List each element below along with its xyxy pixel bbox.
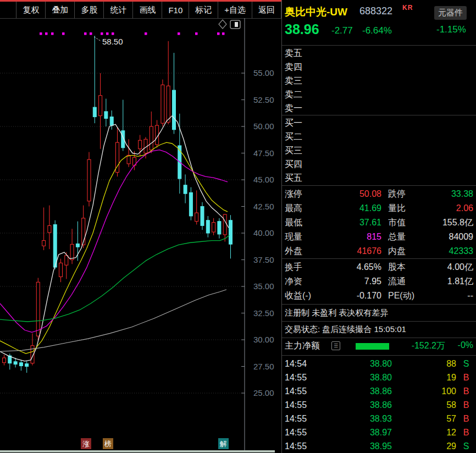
trade-row[interactable]: 14:5538.9357B <box>282 412 476 426</box>
candle-body <box>104 112 108 119</box>
ma-white-line <box>0 116 229 361</box>
toolbar-button-F10[interactable]: F10 <box>162 2 189 18</box>
listing-flags: 注册制 未盈利 表决权有差异 <box>282 306 476 320</box>
candle-body <box>110 117 113 126</box>
stat-value: 37.61 <box>319 216 381 230</box>
candle-body <box>65 256 68 265</box>
candle-body <box>201 207 204 226</box>
trade-volume: 100 <box>392 384 456 398</box>
main-force-row[interactable]: 主力净额 ☰ -152.2万 -0% <box>282 339 476 354</box>
trade-row[interactable]: 14:5538.8019B <box>282 371 476 384</box>
sector-change: -1.15% <box>436 24 466 35</box>
trade-row[interactable]: 14:5538.9529S <box>282 439 476 453</box>
last-price: 38.96 <box>285 21 319 37</box>
stat-value: 84009 <box>424 230 476 244</box>
svg-text:45.00: 45.00 <box>253 175 274 184</box>
trade-time: 14:55 <box>282 371 318 384</box>
trade-side: B <box>456 412 476 426</box>
sector-tag[interactable]: 元器件 <box>434 6 467 20</box>
stat-row: 净资7.95流通1.81亿 <box>282 274 476 289</box>
stat-value: 4.00亿 <box>424 260 476 274</box>
toolbar-button-标记[interactable]: 标记 <box>189 2 218 18</box>
toolbar-button-复权[interactable]: 复权 <box>16 2 45 18</box>
candle-body <box>14 362 17 364</box>
stat-label: 换手 <box>282 260 319 274</box>
chart-corner-icons <box>219 20 240 29</box>
toolbar-button-多股[interactable]: 多股 <box>74 2 103 18</box>
trade-time: 14:55 <box>282 439 318 453</box>
buy-level-row: 买三 <box>282 143 476 157</box>
stat-label: 股本 <box>388 260 424 274</box>
stats-block-1: 涨停50.08跌停33.38最高41.69量比2.06最低37.61市值155.… <box>282 187 476 258</box>
trade-row[interactable]: 14:5538.86100B <box>282 384 476 398</box>
stat-value: 2.06 <box>424 201 476 216</box>
main-force-value: -152.2万 <box>412 340 445 352</box>
signal-dot <box>195 32 198 35</box>
trade-row[interactable]: 14:5538.8658B <box>282 398 476 412</box>
trade-volume: 57 <box>392 412 456 426</box>
signal-dot <box>62 32 65 35</box>
buy-level-row: 买一 <box>282 116 476 130</box>
trade-row[interactable]: 14:5438.8088S <box>282 357 476 371</box>
stock-name: 奥比中光-UW <box>285 5 347 19</box>
signal-dot <box>217 32 220 35</box>
ma-yellow-line <box>0 142 228 353</box>
signal-dot <box>145 32 147 35</box>
toolbar-button-叠加[interactable]: 叠加 <box>45 2 74 18</box>
trade-side: B <box>456 371 476 384</box>
toolbar-button-返回[interactable]: 返回 <box>252 2 281 18</box>
stat-label: 外盘 <box>282 244 319 258</box>
candle-body <box>93 107 96 117</box>
stat-value: 155.8亿 <box>424 216 476 230</box>
stat-row: 最高41.69量比2.06 <box>282 201 476 216</box>
list-icon[interactable]: ☰ <box>331 341 340 350</box>
quote-panel: 奥比中光-UW 688322 KR 元器件 -1.15% 38.96 -2.77… <box>282 0 476 453</box>
toolbar-button-+自选[interactable]: +自选 <box>218 2 252 18</box>
toolbar-button-画线[interactable]: 画线 <box>132 2 162 18</box>
stat-value: 50.08 <box>319 187 381 201</box>
toolbar-button-统计[interactable]: 统计 <box>103 2 132 18</box>
trade-price: 38.80 <box>318 371 392 384</box>
stat-value: 42333 <box>424 244 476 258</box>
stat-label: 最低 <box>282 216 319 230</box>
stock-app-window: 复权叠加多股统计画线F10标记+自选返回 55.0052.5050.0047.5… <box>0 0 476 453</box>
candle-body <box>206 220 209 233</box>
candle-body <box>87 159 91 201</box>
stat-label: 最高 <box>282 201 319 216</box>
stat-label: 量比 <box>388 201 424 216</box>
svg-text:27.50: 27.50 <box>253 362 274 371</box>
candle-body <box>19 363 23 366</box>
trade-price: 38.86 <box>318 384 392 398</box>
svg-text:47.50: 47.50 <box>253 148 274 158</box>
stat-value: -- <box>424 289 476 303</box>
sell-levels: 卖五卖四卖三卖二卖一 <box>282 46 476 115</box>
trade-price: 38.86 <box>318 398 392 412</box>
trade-side: S <box>456 439 476 453</box>
sell-level-row: 卖四 <box>282 60 476 74</box>
stat-label: 流通 <box>388 274 424 289</box>
trade-row[interactable]: 14:5538.9712B <box>282 426 476 439</box>
stat-row: 收益(-)-0.170PE(动)-- <box>282 289 476 303</box>
trade-side: B <box>456 384 476 398</box>
diamond-icon[interactable] <box>219 20 226 29</box>
badge-label: 榜 <box>104 440 112 448</box>
svg-text:55.00: 55.00 <box>253 68 274 78</box>
signal-dot <box>101 32 103 35</box>
candle-body <box>223 214 226 235</box>
buy-levels: 买一买二买三买四买五 <box>282 116 476 185</box>
candle-body <box>127 155 130 164</box>
candle-body <box>161 85 164 123</box>
candle-body <box>42 241 46 246</box>
trade-side: B <box>456 426 476 439</box>
trade-time: 14:54 <box>282 357 318 371</box>
kline-chart[interactable]: 55.0052.5050.0047.5045.0042.5040.0037.50… <box>0 18 281 453</box>
stat-label: PE(动) <box>388 289 424 303</box>
trade-list[interactable]: 14:5438.8088S14:5538.8019B14:5538.86100B… <box>282 357 476 453</box>
trade-price: 38.80 <box>318 357 392 371</box>
svg-text:42.50: 42.50 <box>253 202 274 211</box>
stats-block-2: 换手4.65%股本4.00亿净资7.95流通1.81亿收益(-)-0.170PE… <box>282 260 476 303</box>
bottom-strip <box>0 450 275 452</box>
stat-row: 换手4.65%股本4.00亿 <box>282 260 476 274</box>
candle-body <box>212 223 215 232</box>
buy-level-row: 买五 <box>282 171 476 185</box>
